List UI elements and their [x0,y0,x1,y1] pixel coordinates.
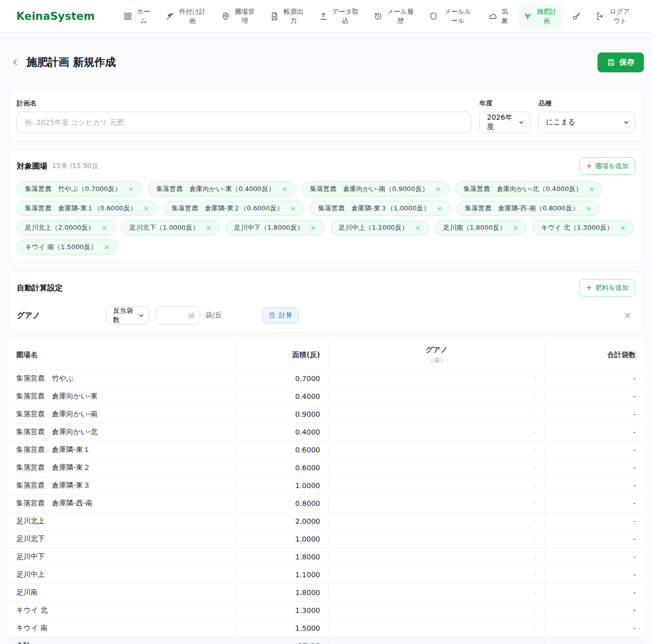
cell-area: 1.1000 [235,566,329,584]
nav-item-weather[interactable]: 気象 [483,4,514,29]
nav-item-mail-history[interactable]: メール履歴 [368,4,420,29]
upload-icon [319,12,328,21]
remove-tag-button[interactable]: × [437,205,443,212]
plan-form-card: 計画名 年度 2026年度 品種 にこまる [8,91,644,141]
remove-tag-button[interactable]: × [282,185,288,193]
remove-fertilizer-button[interactable]: × [624,310,635,320]
cell-total-bags: - [545,513,644,530]
map-pin-icon [221,12,230,21]
year-label: 年度 [479,99,530,108]
field-tag: 足川南（1.8000反） × [435,220,527,235]
cell-area: 1.3000 [235,602,329,620]
cell-fertilizer: - [329,477,545,495]
nav-item-home[interactable]: ホーム [118,4,156,29]
table-row: 足川北上 2.0000 - - [8,513,644,530]
field-tag: キウイ 南（1.5000反） × [17,239,118,255]
nav-item-report-output[interactable]: 帳票出力 [265,4,310,29]
cell-total-bags: - [545,477,644,495]
calc-unit: 袋/反 [205,311,222,320]
nav-item-key[interactable] [567,8,586,24]
cell-area: 1.8000 [235,584,329,602]
cell-field-name: 集落営農 倉庫向かい-東 [8,388,235,406]
table-row: キウイ 南 1.5000 - - [8,620,644,637]
remove-tag-button[interactable]: × [586,205,592,212]
chevron-down-icon [138,312,145,319]
field-tag: 集落営農 竹やぶ（0.7000反） × [17,181,142,197]
remove-tag-button[interactable]: × [310,224,316,231]
logout-icon [595,12,605,21]
cell-fertilizer: - [329,495,545,513]
remove-tag-button[interactable]: × [589,185,595,193]
remove-tag-button[interactable]: × [143,205,149,212]
plan-table-wrap: 圃場名 面積(反) グアノ （袋） 合計袋数 集落営農 竹やぶ 0.7000 -… [8,341,644,644]
variety-select[interactable]: にこまる [538,112,635,133]
table-row: 足川南 1.8000 - - [8,584,644,602]
field-tag: 集落営農 倉庫向かい-北（0.4000反） × [455,181,603,197]
remove-tag-button[interactable]: × [290,205,296,212]
table-row: 足川中下 1.8000 - - [8,548,644,566]
cell-field-name: 足川中下 [8,548,235,566]
cell-area: 0.8000 [235,495,329,513]
table-row: 足川中上 1.1000 - - [8,566,644,584]
page-header: 施肥計画 新規作成 保存 [0,33,652,91]
table-row: 集落営農 竹やぶ 0.7000 - - [8,370,644,388]
plan-name-input[interactable] [17,112,471,133]
calc-value-input[interactable] [155,306,200,325]
nav-item-field-management[interactable]: 圃場管理 [216,4,261,29]
cell-total-bags: - [545,406,644,423]
auto-calc-card: 自動計算設定 + 肥料を追加 グアノ 反当袋数 袋/反 計算 × [8,271,644,333]
top-nav: KeinaSystem ホーム 作付け計画 圃場管理 帳票出力 データ取込 メー… [0,0,652,33]
nav-item-mail-rules[interactable]: メールルール [424,4,479,29]
save-button[interactable]: 保存 [597,52,644,72]
remove-tag-button[interactable]: × [620,224,626,231]
nav-item-planting-plan[interactable]: 作付け計画 [160,4,212,29]
cell-total-bags: - [545,620,644,637]
total-label: 合計 [8,637,235,644]
auto-calc-title: 自動計算設定 [17,283,63,293]
cell-area: 0.4000 [235,388,329,406]
remove-tag-button[interactable]: × [435,185,441,193]
table-row: 集落営農 倉庫隣-西-南 0.8000 - - [8,495,644,513]
cell-total-bags: - [545,370,644,388]
year-select[interactable]: 2026年度 [479,112,530,133]
cell-fertilizer: - [329,406,545,423]
cell-fertilizer: - [329,620,545,637]
col-field-name: 圃場名 [8,341,235,370]
total-bags: - [545,637,644,644]
cell-area: 1.5000 [235,620,329,637]
cell-total-bags: - [545,530,644,548]
nav-item-logout[interactable]: ログアウト [590,4,637,29]
calc-mode-select[interactable]: 反当袋数 [106,306,149,325]
table-row: 集落営農 倉庫向かい-北 0.4000 - - [8,423,644,441]
field-tag: 集落営農 倉庫隣-東１（0.6000反） × [17,201,157,216]
nav-item-fertilization-plan[interactable]: 施肥計画 [518,4,563,29]
remove-tag-button[interactable]: × [206,224,212,231]
cell-fertilizer: - [329,423,545,441]
cell-field-name: 集落営農 竹やぶ [8,370,235,388]
remove-tag-button[interactable]: × [512,224,519,231]
add-field-button[interactable]: + 圃場を追加 [579,157,635,175]
logout-label: ログアウト [608,7,632,25]
field-tag: 集落営農 倉庫隣-西-南（0.8000反） × [457,201,600,216]
nav-item-data-import[interactable]: データ取込 [314,4,364,29]
cell-total-bags: - [545,423,644,441]
calculate-button[interactable]: 計算 [262,307,299,324]
remove-tag-button[interactable]: × [415,224,421,231]
remove-tag-button[interactable]: × [128,185,134,193]
cell-field-name: 集落営農 倉庫隣-東２ [8,459,235,477]
plan-table-body: 集落営農 竹やぶ 0.7000 - - 集落営農 倉庫向かい-東 0.4000 … [8,370,644,637]
plus-icon: + [586,284,592,292]
remove-tag-button[interactable]: × [101,224,107,231]
table-row: 集落営農 倉庫向かい-南 0.9000 - - [8,406,644,423]
remove-tag-button[interactable]: × [104,244,110,251]
cell-fertilizer: - [329,548,545,566]
table-header-row: 圃場名 面積(反) グアノ （袋） 合計袋数 [8,341,644,370]
cell-area: 2.0000 [235,513,329,530]
cell-field-name: 集落営農 倉庫隣-東１ [8,441,235,459]
cell-fertilizer: - [329,388,545,406]
field-tag: キウイ 北（1.3000反） × [533,220,634,235]
brand-logo[interactable]: KeinaSystem [16,10,95,22]
back-button[interactable] [8,55,22,69]
col-fertilizer: グアノ （袋） [329,341,545,370]
add-fertilizer-button[interactable]: + 肥料を追加 [579,279,635,297]
